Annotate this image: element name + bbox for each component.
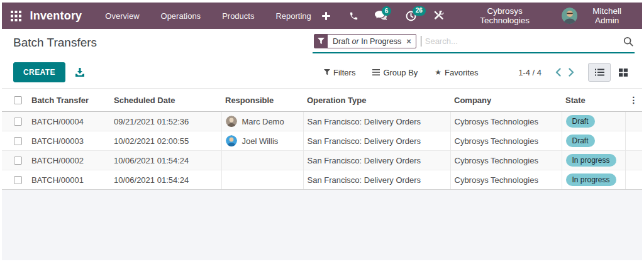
header-company[interactable]: Company bbox=[450, 89, 562, 112]
plus-icon bbox=[322, 12, 330, 20]
responsible-avatar bbox=[226, 135, 237, 146]
quick-create-button[interactable] bbox=[322, 12, 330, 20]
kanban-view-button[interactable] bbox=[612, 63, 635, 82]
top-navbar: Inventory Overview Operations Products R… bbox=[2, 3, 642, 29]
cell-scheduled-date[interactable]: 10/06/2021 01:54:24 bbox=[110, 151, 221, 170]
pager-range: 1-4 / 4 bbox=[518, 68, 541, 77]
state-badge: In progress bbox=[566, 154, 616, 167]
group-by-button[interactable]: Group By bbox=[372, 68, 418, 77]
row-checkbox[interactable] bbox=[14, 157, 22, 165]
row-checkbox[interactable] bbox=[14, 137, 22, 145]
cell-responsible[interactable] bbox=[221, 151, 303, 170]
state-badge: Draft bbox=[566, 135, 595, 147]
cell-operation-type[interactable]: San Francisco: Delivery Orders bbox=[303, 151, 450, 170]
cell-state[interactable]: In progress bbox=[562, 151, 625, 170]
chevron-right-icon bbox=[569, 68, 574, 77]
cell-state[interactable]: Draft bbox=[562, 131, 625, 151]
row-checkbox[interactable] bbox=[14, 118, 22, 126]
cell-name[interactable]: BATCH/00001 bbox=[28, 170, 110, 190]
apps-menu-button[interactable] bbox=[8, 8, 25, 24]
control-panel-buttons: CREATE Filters Group By ★ Favorites bbox=[2, 57, 642, 88]
activities-badge: 26 bbox=[413, 6, 426, 16]
phone-button[interactable] bbox=[349, 11, 358, 21]
cell-operation-type[interactable]: San Francisco: Delivery Orders bbox=[303, 170, 450, 190]
debug-tools-button[interactable] bbox=[434, 11, 444, 21]
view-switcher bbox=[588, 63, 635, 82]
optional-columns-icon[interactable]: ⋮ bbox=[629, 95, 638, 105]
facet-remove-icon[interactable]: × bbox=[404, 35, 416, 48]
table-row[interactable]: BATCH/00003 10/02/2021 02:00:55 Joel Wil… bbox=[2, 131, 642, 151]
list-view-button[interactable] bbox=[588, 63, 611, 82]
cell-name[interactable]: BATCH/00003 bbox=[28, 131, 110, 151]
messages-button[interactable]: 6 bbox=[375, 11, 387, 21]
search-submit-button[interactable] bbox=[623, 36, 633, 47]
cell-company[interactable]: Cybrosys Technologies bbox=[450, 112, 562, 131]
header-operation-type[interactable]: Operation Type bbox=[303, 89, 450, 112]
state-badge: Draft bbox=[566, 115, 595, 128]
export-button[interactable] bbox=[75, 67, 85, 77]
company-switcher[interactable]: Cybrosys Technologies bbox=[463, 6, 547, 25]
create-button[interactable]: CREATE bbox=[13, 62, 65, 82]
cell-state[interactable]: Draft bbox=[562, 112, 625, 131]
group-by-label: Group By bbox=[383, 68, 418, 77]
filters-label: Filters bbox=[333, 68, 355, 77]
kanban-view-icon bbox=[619, 69, 628, 77]
cell-responsible[interactable]: Joel Willis bbox=[221, 131, 303, 151]
pager-previous-button[interactable] bbox=[552, 68, 565, 77]
menu-overview[interactable]: Overview bbox=[94, 3, 150, 29]
batch-transfers-table: Batch Transfer Scheduled Date Responsibl… bbox=[2, 88, 642, 190]
activities-button[interactable]: 26 bbox=[406, 11, 416, 21]
filters-button[interactable]: Filters bbox=[324, 68, 355, 77]
cell-company[interactable]: Cybrosys Technologies bbox=[450, 151, 562, 170]
favorites-button[interactable]: ★ Favorites bbox=[435, 68, 478, 77]
chevron-left-icon bbox=[555, 68, 561, 77]
cell-responsible[interactable]: Marc Demo bbox=[221, 112, 303, 131]
select-all-checkbox[interactable] bbox=[14, 96, 22, 104]
table-row[interactable]: BATCH/00001 10/06/2021 01:54:24 San Fran… bbox=[2, 170, 642, 190]
table-row[interactable]: BATCH/00004 09/21/2021 01:52:36 Marc Dem… bbox=[2, 112, 642, 131]
pager: 1-4 / 4 bbox=[518, 63, 635, 82]
phone-icon bbox=[349, 11, 358, 21]
cell-operation-type[interactable]: San Francisco: Delivery Orders bbox=[303, 131, 450, 151]
row-checkbox[interactable] bbox=[14, 176, 22, 184]
cell-name[interactable]: BATCH/00004 bbox=[28, 112, 110, 131]
cell-operation-type[interactable]: San Francisco: Delivery Orders bbox=[303, 112, 450, 131]
filters-funnel-icon bbox=[324, 69, 330, 75]
search-bar: Draft or In Progress × bbox=[313, 32, 635, 53]
app-name[interactable]: Inventory bbox=[30, 9, 82, 23]
header-state[interactable]: State bbox=[562, 89, 625, 112]
search-icon bbox=[623, 36, 633, 47]
cell-state[interactable]: In progress bbox=[562, 170, 625, 190]
responsible-name: Marc Demo bbox=[242, 117, 284, 126]
facet-filter-icon bbox=[314, 35, 328, 48]
header-scheduled-date[interactable]: Scheduled Date bbox=[110, 89, 221, 112]
menu-operations[interactable]: Operations bbox=[150, 3, 212, 29]
responsible-avatar bbox=[226, 116, 237, 127]
cell-scheduled-date[interactable]: 10/06/2021 01:54:24 bbox=[110, 170, 221, 190]
cell-scheduled-date[interactable]: 09/21/2021 01:52:36 bbox=[110, 112, 221, 131]
facet-label: Draft or In Progress bbox=[328, 35, 404, 48]
cell-name[interactable]: BATCH/00002 bbox=[28, 151, 110, 170]
tools-icon bbox=[434, 11, 444, 21]
facet-value-2: In Progress bbox=[361, 37, 401, 46]
apps-grid-icon bbox=[11, 11, 21, 21]
table-row[interactable]: BATCH/00002 10/06/2021 01:54:24 San Fran… bbox=[2, 151, 642, 170]
cell-company[interactable]: Cybrosys Technologies bbox=[450, 170, 562, 190]
pager-next-button[interactable] bbox=[565, 68, 578, 77]
navbar-systray: 6 26 Cybrosys Technologies bbox=[322, 6, 633, 25]
menu-reporting[interactable]: Reporting bbox=[265, 3, 321, 29]
responsible-name: Joel Willis bbox=[242, 136, 279, 146]
header-responsible[interactable]: Responsible bbox=[221, 89, 303, 112]
page-title: Batch Transfers bbox=[13, 36, 97, 50]
search-facet: Draft or In Progress × bbox=[314, 34, 416, 48]
menu-products[interactable]: Products bbox=[211, 3, 265, 29]
cell-responsible[interactable] bbox=[221, 170, 303, 190]
facet-value-1: Draft bbox=[333, 37, 350, 46]
favorites-label: Favorites bbox=[445, 68, 478, 77]
cell-scheduled-date[interactable]: 10/02/2021 02:00:55 bbox=[110, 131, 221, 151]
search-input[interactable] bbox=[421, 36, 623, 46]
cell-company[interactable]: Cybrosys Technologies bbox=[450, 131, 562, 151]
header-batch-transfer[interactable]: Batch Transfer bbox=[28, 89, 110, 112]
messages-badge: 6 bbox=[382, 6, 392, 16]
user-menu[interactable]: Mitchell Admin bbox=[562, 6, 633, 25]
